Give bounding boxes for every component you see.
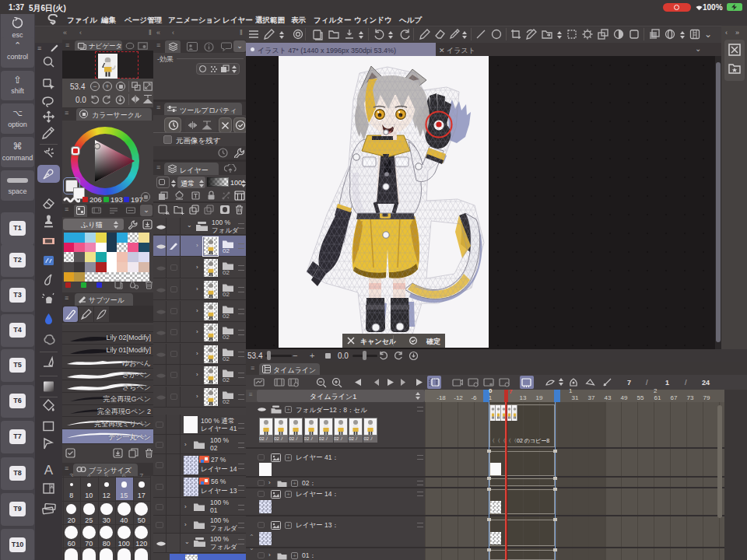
svg-text:A: A bbox=[44, 463, 54, 477]
